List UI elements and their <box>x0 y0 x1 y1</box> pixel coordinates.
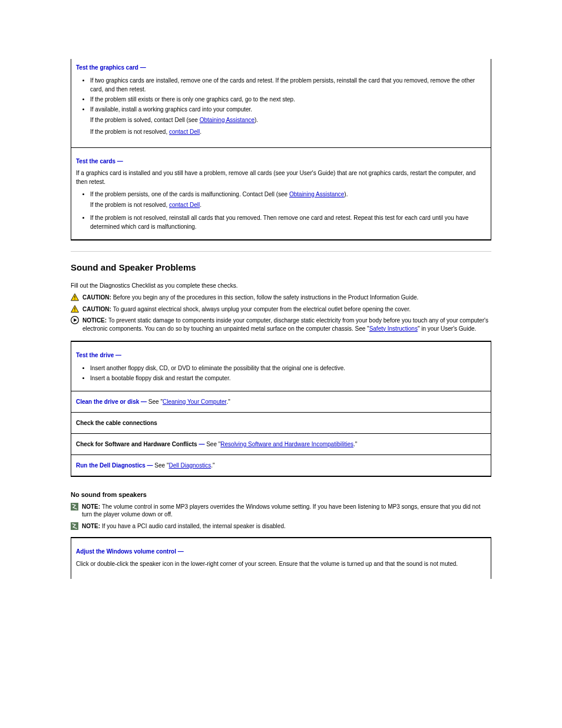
note-text: The volume control in some MP3 players o… <box>82 503 480 518</box>
volume-cell: Adjust the Windows volume control — Clic… <box>71 537 491 579</box>
text: If the problem is not resolved, <box>90 202 169 208</box>
text: ." <box>353 441 357 447</box>
contact-dell-link[interactable]: contact Dell <box>169 202 200 208</box>
list-item: If two graphics cards are installed, rem… <box>90 76 486 94</box>
note-icon <box>71 522 78 530</box>
caution-2: CAUTION: To guard against electrical sho… <box>71 305 491 314</box>
graphics-card-cell: Test the graphics card — If two graphics… <box>71 59 491 148</box>
notice-label: NOTICE: <box>82 317 108 324</box>
test-drive-cell: Test the drive — Insert another floppy d… <box>71 341 491 391</box>
lead-conflicts: Check for Software and Hardware Conflict… <box>76 441 199 447</box>
test-cards-sentence: If a graphics card is installed and you … <box>76 169 486 186</box>
obtaining-assistance-link[interactable]: Obtaining Assistance <box>200 117 254 123</box>
caution-text: Before you begin any of the procedures i… <box>113 294 419 301</box>
text: If the problem is solved, contact Dell (… <box>90 117 200 123</box>
list-item: If the problem persists, one of the card… <box>90 190 486 199</box>
svg-rect-1 <box>74 296 75 298</box>
graphics-resolve: If the problem is not resolved, contact … <box>76 128 486 137</box>
lead-adjust-volume: Adjust the Windows volume control — <box>76 548 184 555</box>
obtaining-assistance-link[interactable]: Obtaining Assistance <box>289 191 344 197</box>
list-item: Insert another floppy disk, CD, or DVD t… <box>90 364 486 373</box>
list-item: If the problem is not resolved, reinstal… <box>90 213 486 231</box>
check-cables-text: Check the cable connections <box>76 420 157 426</box>
cards-resolve: If the problem is not resolved, contact … <box>76 201 486 210</box>
notice-text: " in your User's Guide. <box>418 325 476 332</box>
note-text: If you have a PCI audio card installed, … <box>102 523 286 529</box>
text: . <box>200 202 201 208</box>
svg-rect-5 <box>74 310 75 311</box>
text: ." <box>211 462 214 469</box>
warning-icon <box>71 305 79 313</box>
volume-text: Click or double-click the speaker icon i… <box>76 560 486 569</box>
text: . <box>200 129 201 135</box>
text: ). <box>344 191 348 197</box>
text: If the problem persists, one of the card… <box>90 191 289 197</box>
text: If the problem is not resolved, <box>90 129 169 135</box>
contact-dell-link[interactable]: contact Dell <box>169 129 200 135</box>
check-cables-cell: Check the cable connections <box>71 413 491 434</box>
lead-run-diag: Run the Dell Diagnostics — <box>76 462 153 469</box>
run-diag-cell: Run the Dell Diagnostics — See "Dell Dia… <box>71 455 491 477</box>
dell-diagnostics-link[interactable]: Dell Diagnostics <box>168 462 211 469</box>
text: See " <box>147 398 163 405</box>
caution-label: CAUTION: <box>82 306 113 312</box>
section-heading: Sound and Speaker Problems <box>71 262 491 272</box>
caution-1: CAUTION: Before you begin any of the pro… <box>71 294 491 302</box>
list-item: If available, install a working graphics… <box>90 105 486 114</box>
text: See " <box>204 441 220 447</box>
test-cards-cell: Test the cards — If a graphics card is i… <box>71 148 491 241</box>
text: ." <box>226 398 230 405</box>
svg-rect-2 <box>74 299 75 299</box>
note-2: NOTE: If you have a PCI audio card insta… <box>71 522 491 531</box>
cleaning-computer-link[interactable]: Cleaning Your Computer <box>163 398 226 405</box>
graphics-trailing: If the problem is solved, contact Dell (… <box>76 116 486 125</box>
subsection-heading: No sound from speakers <box>71 491 491 498</box>
safety-instructions-link[interactable]: Safety Instructions <box>369 325 418 332</box>
drive-list: Insert another floppy disk, CD, or DVD t… <box>76 364 486 383</box>
lead-test-drive: Test the drive — <box>76 352 121 358</box>
dash: — <box>199 441 204 447</box>
notice-icon <box>71 316 79 324</box>
list-item: Insert a bootable floppy disk and restar… <box>90 374 486 383</box>
divider <box>71 251 491 252</box>
conflicts-cell: Check for Software and Hardware Conflict… <box>71 434 491 455</box>
text: See " <box>153 462 169 469</box>
cards-list-2: If the problem is not resolved, reinstal… <box>76 213 486 231</box>
lead-clean-drive: Clean the drive or disk — <box>76 398 147 405</box>
lead-test-cards: Test the cards — <box>76 158 123 164</box>
cards-list: If the problem persists, one of the card… <box>76 190 486 199</box>
clean-drive-cell: Clean the drive or disk — See "Cleaning … <box>71 391 491 413</box>
lead-test-graphics: Test the graphics card — <box>76 64 146 71</box>
note-icon <box>71 503 78 510</box>
note-label: NOTE: <box>82 523 102 529</box>
warning-icon <box>71 293 79 301</box>
caution-text: To guard against electrical shock, alway… <box>113 306 411 312</box>
graphics-list: If two graphics cards are installed, rem… <box>76 76 486 114</box>
intro-text: Fill out the Diagnostics Checklist as yo… <box>71 282 491 291</box>
resolving-incompat-link[interactable]: Resolving Software and Hardware Incompat… <box>220 441 353 447</box>
note-1: NOTE: The volume control in some MP3 pla… <box>71 503 491 519</box>
note-label: NOTE: <box>82 503 102 510</box>
text: ). <box>254 117 258 123</box>
caution-label: CAUTION: <box>82 294 113 301</box>
list-item: If the problem still exists or there is … <box>90 95 486 104</box>
svg-rect-4 <box>74 307 75 309</box>
notice-row: NOTICE: To prevent static damage to comp… <box>71 317 491 332</box>
